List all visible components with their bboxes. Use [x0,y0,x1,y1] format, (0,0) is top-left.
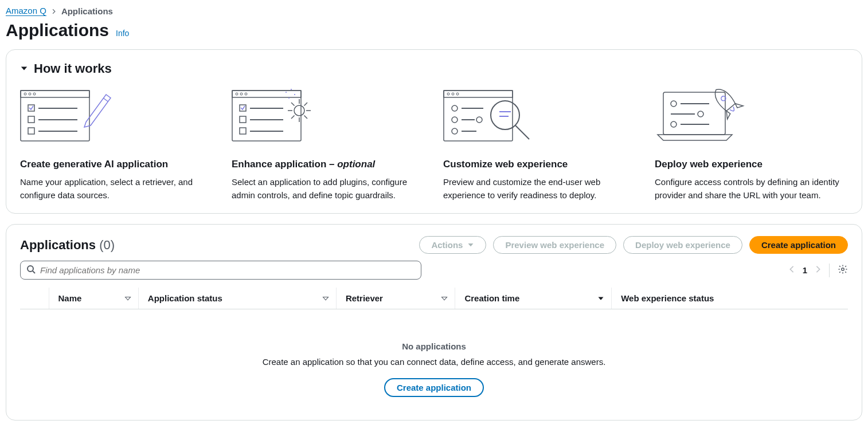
create-application-button[interactable]: Create application [749,236,848,254]
svg-point-23 [286,92,287,93]
col-webexp[interactable]: Web experience status [612,288,848,309]
applications-title: Applications (0) [20,238,115,253]
search-input[interactable] [40,265,415,275]
breadcrumb: Amazon Q Applications [6,6,862,16]
pagination: 1 [789,264,848,277]
svg-point-15 [240,93,243,95]
step-title: Customize web experience [443,159,568,170]
applications-actions: Actions Preview web experience Deploy we… [419,236,848,254]
svg-point-26 [288,97,290,99]
svg-point-25 [294,94,295,95]
breadcrumb-root-link[interactable]: Amazon Q [6,6,46,16]
step-create-app: Create generative AI application Name yo… [20,88,213,202]
how-it-works-steps: Create generative AI application Name yo… [20,88,848,202]
empty-desc: Create an application so that you can co… [20,357,848,367]
svg-point-2 [24,93,26,95]
deploy-web-experience-button[interactable]: Deploy web experience [623,236,742,254]
step-desc: Configure access controls by defining an… [655,176,848,202]
applications-title-text: Applications [20,238,96,252]
svg-point-27 [294,105,304,116]
svg-rect-9 [28,128,34,134]
col-status-label: Application status [148,293,222,303]
settings-gear-icon[interactable] [838,264,848,276]
sort-desc-icon [597,293,604,303]
empty-title: No applications [20,341,848,351]
svg-rect-0 [21,91,89,141]
applications-count: (0) [99,238,115,252]
page-number: 1 [803,265,807,275]
page-title: Applications [6,21,109,40]
collapse-toggle-icon[interactable] [20,64,28,74]
actions-dropdown-button[interactable]: Actions [419,236,486,254]
sort-icon [441,293,448,303]
col-status[interactable]: Application status [138,288,336,309]
info-link[interactable]: Info [116,29,129,38]
page-prev-icon[interactable] [789,265,795,275]
step-title: Create generative AI application [20,159,168,170]
col-retriever[interactable]: Retriever [336,288,455,309]
how-it-works-panel: How it works [6,49,862,214]
applications-header: Applications (0) Actions Preview web exp… [20,236,848,254]
svg-point-35 [452,117,458,123]
breadcrumb-current: Applications [61,6,113,16]
empty-state: No applications Create an application so… [20,309,848,408]
svg-point-45 [671,101,677,107]
step-title: Enhance application [232,159,326,170]
svg-rect-21 [240,128,246,134]
svg-line-53 [33,271,35,273]
svg-point-49 [671,121,677,127]
laptop-rocket-icon [655,88,746,145]
applications-panel: Applications (0) Actions Preview web exp… [6,224,862,421]
col-retriever-label: Retriever [346,293,383,303]
col-name-label: Name [58,293,82,303]
svg-point-24 [291,89,292,90]
svg-point-4 [33,93,36,95]
step-enhance-app: Enhance application – optional Select an… [232,88,425,202]
svg-point-51 [720,95,726,101]
checklist-pencil-icon [20,88,112,145]
svg-point-52 [28,266,33,272]
step-desc: Name your application, select a retrieve… [20,176,213,202]
svg-point-16 [245,93,247,95]
sort-icon [124,293,131,303]
search-icon [26,265,36,276]
svg-point-40 [491,101,519,129]
col-name[interactable]: Name [49,288,138,309]
divider [829,264,830,277]
svg-point-30 [447,93,449,95]
actions-label: Actions [431,240,463,250]
svg-line-41 [515,125,529,139]
svg-rect-19 [240,116,246,123]
caret-down-icon [467,240,474,250]
page-header: Applications Info [6,21,862,40]
step-customize-web: Customize web experience Preview and cus… [443,88,636,202]
svg-point-31 [452,93,454,95]
search-box[interactable] [20,261,421,280]
step-desc: Select an application to add plugins, co… [232,176,425,202]
chevron-right-icon [51,6,57,16]
step-deploy-web: Deploy web experience Configure access c… [655,88,848,202]
col-creation-label: Creation time [464,293,519,303]
checklist-gear-icon [232,88,323,145]
preview-web-experience-button[interactable]: Preview web experience [493,236,616,254]
col-webexp-label: Web experience status [621,293,714,303]
apps-controls-row: 1 [20,261,848,280]
svg-point-37 [476,117,482,123]
step-optional: – optional [326,159,375,170]
svg-rect-7 [28,116,34,123]
svg-point-14 [236,93,238,95]
svg-rect-12 [232,91,301,141]
svg-point-48 [698,111,703,117]
sort-icon [322,293,329,303]
empty-create-application-button[interactable]: Create application [384,378,484,397]
svg-point-33 [452,105,458,111]
col-creation[interactable]: Creation time [455,288,612,309]
page-next-icon[interactable] [815,265,821,275]
svg-point-3 [29,93,31,95]
col-select [20,288,49,309]
svg-line-11 [103,98,108,101]
svg-point-38 [452,128,458,134]
step-title: Deploy web experience [655,159,763,170]
how-it-works-header: How it works [20,61,848,76]
step-desc: Preview and customize the end-user web e… [443,176,636,202]
